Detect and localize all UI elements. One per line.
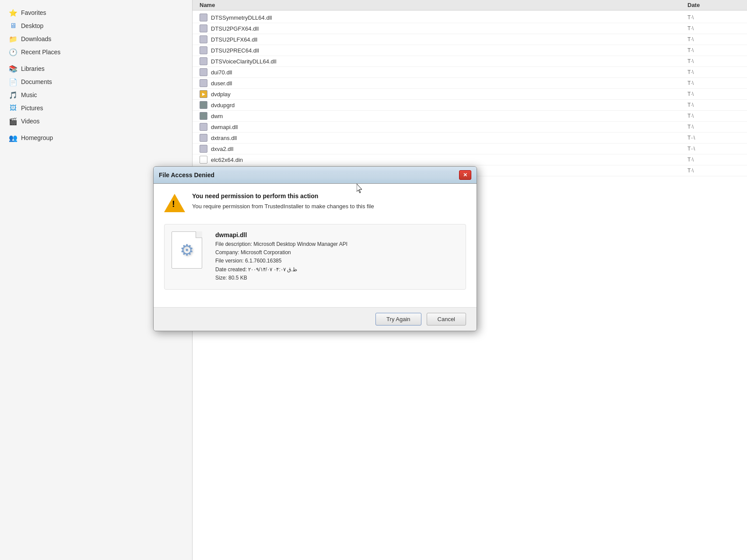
- file-info-section: ⚙ dwmapi.dll File description: Microsoft…: [164, 224, 466, 290]
- file-date: T·\: [687, 47, 740, 53]
- sidebar-item-music[interactable]: 🎵 Music: [0, 88, 192, 102]
- sidebar-item-libraries[interactable]: 📚 Libraries: [0, 62, 192, 75]
- file-version: File version: 6.1.7600.16385: [215, 257, 459, 265]
- dll-icon: [200, 112, 207, 120]
- file-name: dui70.dll: [211, 69, 684, 76]
- main-message: You need permission to perform this acti…: [192, 192, 466, 200]
- dialog-content: You need permission to perform this acti…: [154, 184, 477, 307]
- desktop-icon: 🖥: [9, 21, 18, 30]
- file-date: T··\: [687, 146, 740, 152]
- file-name: DTSU2PLFX64.dll: [211, 36, 684, 43]
- file-date-created: Date created: ۲۰۰۹/۱۴/۰۷ ظ.ق ۰۴:۰۷: [215, 266, 459, 274]
- file-date: T··\: [687, 135, 740, 141]
- table-row[interactable]: dxtrans.dll T··\: [193, 133, 747, 144]
- file-name: dvdupgrd: [211, 102, 684, 108]
- file-date: T·\: [687, 102, 740, 108]
- file-date: T·\: [687, 36, 740, 42]
- file-size: Size: 80.5 KB: [215, 274, 459, 282]
- file-name: dxtrans.dll: [211, 135, 684, 141]
- homegroup-section: 👥 Homegroup: [0, 130, 192, 146]
- dialog-titlebar-center: [218, 171, 456, 179]
- dll-icon: [200, 46, 207, 54]
- dll-icon: [200, 123, 207, 131]
- music-icon: 🎵: [9, 91, 18, 99]
- videos-icon: 🎬: [9, 117, 18, 126]
- table-row[interactable]: DTSU2PGFX64.dll T·\: [193, 23, 747, 34]
- table-row[interactable]: DTSVoiceClarityDLL64.dll T·\: [193, 56, 747, 67]
- sidebar-label-desktop: Desktop: [21, 22, 43, 29]
- libraries-section: 📚 Libraries 📄 Documents 🎵 Music 🖼 Pictur…: [0, 60, 192, 130]
- dialog-titlebar: File Access Denied ✕: [154, 167, 477, 184]
- file-page-icon: ⚙: [172, 231, 202, 269]
- table-row[interactable]: dwmapi.dll T·\: [193, 122, 747, 133]
- col-header-date: Date: [687, 2, 740, 8]
- dll-icon: [200, 156, 207, 164]
- table-row[interactable]: DTSSymmetryDLL64.dll T·\: [193, 12, 747, 23]
- homegroup-icon: 👥: [9, 133, 18, 142]
- recent-places-icon: 🕐: [9, 48, 18, 56]
- sidebar-label-recent-places: Recent Places: [21, 49, 60, 56]
- dll-icon: [200, 145, 207, 153]
- table-row[interactable]: dvdupgrd T·\: [193, 100, 747, 111]
- table-row[interactable]: duser.dll T·\: [193, 78, 747, 89]
- file-name: dvdplay: [211, 91, 684, 98]
- sub-message: You require permission from TrustedInsta…: [192, 203, 466, 210]
- dialog-title: File Access Denied: [159, 172, 214, 178]
- file-company: Company: Microsoft Corporation: [215, 248, 459, 257]
- sidebar-item-recent-places[interactable]: 🕐 Recent Places: [0, 46, 192, 59]
- sidebar-item-favorites[interactable]: ⭐ Favorites: [0, 6, 192, 19]
- file-date: T·\: [687, 124, 740, 130]
- favorites-icon: ⭐: [9, 8, 18, 17]
- file-date: T·\: [687, 80, 740, 86]
- table-row[interactable]: dui70.dll T·\: [193, 67, 747, 78]
- gear-icon: ⚙: [180, 241, 194, 259]
- table-row[interactable]: elc62x64.din T·\: [193, 154, 747, 165]
- file-date: T·\: [687, 58, 740, 64]
- table-row[interactable]: ▶ dvdplay T·\: [193, 89, 747, 100]
- cancel-button[interactable]: Cancel: [427, 313, 466, 326]
- sidebar-label-videos: Videos: [21, 118, 40, 125]
- sidebar-label-libraries: Libraries: [21, 65, 45, 72]
- file-date: T·\: [687, 14, 740, 21]
- file-name: dwm: [211, 113, 684, 119]
- table-row[interactable]: dwm T·\: [193, 111, 747, 122]
- documents-icon: 📄: [9, 77, 18, 86]
- sidebar-label-pictures: Pictures: [21, 105, 43, 112]
- file-date: T·\: [687, 113, 740, 119]
- table-row[interactable]: dxva2.dll T··\: [193, 144, 747, 154]
- file-date: T·\: [687, 168, 740, 174]
- file-name: DTSVoiceClarityDLL64.dll: [211, 58, 684, 65]
- dll-icon: [200, 57, 207, 65]
- dialog-footer: Try Again Cancel: [154, 307, 477, 331]
- file-date: T·\: [687, 69, 740, 75]
- try-again-button[interactable]: Try Again: [375, 313, 421, 326]
- sidebar-item-documents[interactable]: 📄 Documents: [0, 75, 192, 88]
- sidebar-item-desktop[interactable]: 🖥 Desktop: [0, 19, 192, 32]
- sidebar-label-favorites: Favorites: [21, 9, 46, 16]
- file-detail-name: dwmapi.dll: [215, 231, 459, 238]
- close-button[interactable]: ✕: [459, 170, 471, 180]
- file-name: elc62x64.din: [211, 157, 684, 163]
- sidebar-item-pictures[interactable]: 🖼 Pictures: [0, 102, 192, 115]
- warning-triangle-icon: [164, 194, 185, 212]
- dll-icon: [200, 24, 207, 32]
- sidebar-item-downloads[interactable]: 📁 Downloads: [0, 32, 192, 46]
- file-name: DTSU2PGFX64.dll: [211, 25, 684, 32]
- sidebar-label-downloads: Downloads: [21, 35, 51, 42]
- warning-section: You need permission to perform this acti…: [164, 192, 466, 214]
- dll-icon: [200, 134, 207, 142]
- sidebar-label-documents: Documents: [21, 78, 52, 85]
- dll-icon: [200, 101, 207, 109]
- downloads-icon: 📁: [9, 35, 18, 43]
- sidebar-item-homegroup[interactable]: 👥 Homegroup: [0, 131, 192, 144]
- table-row[interactable]: DTSU2PLFX64.dll T·\: [193, 34, 747, 45]
- dll-icon: ▶: [200, 90, 207, 98]
- dll-icon: [200, 14, 207, 21]
- col-header-name: Name: [200, 2, 684, 8]
- sidebar-item-videos[interactable]: 🎬 Videos: [0, 115, 192, 128]
- file-preview: ⚙: [172, 231, 207, 271]
- column-headers: Name Date: [193, 0, 747, 10]
- file-name: DTSU2PREC64.dll: [211, 47, 684, 54]
- table-row[interactable]: DTSU2PREC64.dll T·\: [193, 45, 747, 56]
- file-details: dwmapi.dll File description: Microsoft D…: [215, 231, 459, 282]
